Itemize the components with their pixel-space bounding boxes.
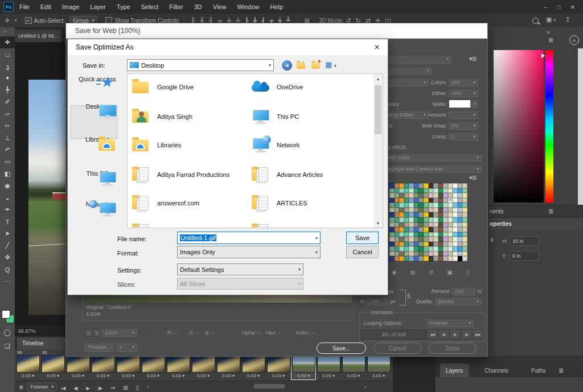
color-swatch[interactable]: [458, 222, 463, 228]
color-swatch[interactable]: [448, 246, 453, 251]
link-dimensions-icon[interactable]: ∞: [489, 238, 496, 242]
color-swatch[interactable]: [443, 242, 448, 247]
next-frame-button[interactable]: |▶: [98, 386, 102, 391]
color-swatch[interactable]: [458, 251, 463, 257]
color-swatch[interactable]: [424, 242, 429, 247]
colors-field[interactable]: 256▾: [449, 78, 478, 86]
color-swatch[interactable]: [399, 193, 404, 198]
menu-type[interactable]: Type: [117, 3, 130, 10]
hand-tool[interactable]: ✥: [0, 251, 15, 263]
timeline-tab[interactable]: Timeline: [17, 337, 69, 349]
color-swatch[interactable]: [399, 227, 404, 232]
frame-duration[interactable]: 0.03 ▾: [241, 373, 265, 378]
lossy-field[interactable]: 0▾: [449, 132, 478, 141]
color-swatch[interactable]: [462, 198, 467, 203]
color-swatch[interactable]: [404, 188, 409, 193]
frame-duration[interactable]: 0.03 ▾: [191, 373, 215, 378]
color-swatch[interactable]: [418, 198, 424, 203]
color-swatch[interactable]: [429, 212, 434, 217]
color-swatch[interactable]: [429, 183, 434, 188]
color-swatch[interactable]: [433, 222, 438, 228]
frame-duration[interactable]: 0.03 ▾: [91, 373, 115, 378]
color-swatch[interactable]: [458, 212, 463, 217]
color-swatch[interactable]: [438, 222, 444, 228]
color-swatch[interactable]: [448, 208, 453, 213]
color-swatch[interactable]: [462, 232, 467, 237]
color-swatch[interactable]: [453, 256, 458, 261]
color-swatch[interactable]: [424, 256, 429, 261]
timeline-frame[interactable]: 900.03 ▾: [16, 350, 40, 379]
color-swatch[interactable]: [409, 232, 414, 237]
color-swatch[interactable]: [462, 251, 467, 257]
color-swatch[interactable]: [458, 183, 463, 188]
color-swatch[interactable]: [433, 183, 438, 188]
color-swatch[interactable]: [462, 212, 467, 217]
sidebar-item-quick-access[interactable]: ★Quick access: [72, 76, 123, 82]
color-swatch[interactable]: [438, 246, 444, 251]
file-item[interactable]: Aditya Singh: [131, 108, 245, 125]
convert-timeline-icon[interactable]: ≣: [19, 384, 23, 390]
select-color-icon[interactable]: ◉: [392, 269, 397, 275]
menu-image[interactable]: Image: [62, 3, 80, 10]
color-swatch[interactable]: [433, 256, 438, 261]
color-swatch[interactable]: [438, 198, 444, 203]
color-swatch[interactable]: [453, 242, 458, 247]
color-swatch[interactable]: [395, 198, 400, 203]
blur-tool[interactable]: ◉: [0, 180, 15, 192]
color-swatch[interactable]: [433, 237, 438, 242]
workspace-icon[interactable]: ▣ ▾: [546, 16, 556, 23]
color-swatch[interactable]: [409, 227, 414, 232]
hue-marker-icon[interactable]: [541, 53, 545, 58]
color-swatch[interactable]: [433, 246, 438, 251]
color-swatch[interactable]: [418, 212, 424, 217]
color-swatch[interactable]: [453, 193, 458, 198]
color-swatch[interactable]: [418, 193, 424, 198]
done-button[interactable]: Done: [429, 343, 477, 354]
auto-select-checkbox[interactable]: ✓ Auto-Select:: [25, 17, 65, 24]
color-swatch[interactable]: [418, 217, 424, 222]
color-swatch[interactable]: [458, 232, 463, 237]
color-swatch[interactable]: [395, 237, 400, 242]
color-swatch[interactable]: [458, 203, 463, 208]
cancel-button[interactable]: Cancel: [373, 343, 421, 354]
color-swatch[interactable]: [399, 208, 404, 213]
color-swatch[interactable]: [458, 242, 463, 247]
color-swatch[interactable]: [389, 251, 395, 257]
color-swatch[interactable]: [438, 232, 444, 237]
color-swatch[interactable]: [414, 193, 419, 198]
color-swatch[interactable]: [409, 203, 414, 208]
maximize-button[interactable]: □: [552, 0, 566, 14]
color-swatch[interactable]: [443, 208, 448, 213]
color-swatch[interactable]: [424, 183, 429, 188]
last-frame-button[interactable]: ▶▶: [473, 329, 483, 339]
path-select-tool[interactable]: ➤: [0, 228, 15, 240]
zoom-tool[interactable]: Q: [0, 263, 15, 275]
settings-dropdown[interactable]: Default Settings▾: [177, 263, 303, 275]
color-swatch[interactable]: [395, 217, 400, 222]
menu-select[interactable]: Select: [141, 3, 159, 10]
dock-collapse-icon[interactable]: »: [547, 28, 549, 35]
color-swatch[interactable]: [399, 203, 404, 208]
file-item[interactable]: Advance Articles: [251, 166, 364, 183]
frame-duration[interactable]: 0.03 ▾: [216, 373, 240, 378]
scroll-left-icon[interactable]: ‹: [147, 384, 149, 390]
color-swatch[interactable]: [458, 246, 463, 251]
scroll-down-icon[interactable]: ▼: [373, 218, 383, 228]
color-swatch[interactable]: [448, 188, 453, 193]
color-swatch[interactable]: [433, 212, 438, 217]
color-swatch[interactable]: [429, 217, 434, 222]
color-swatch[interactable]: [409, 246, 414, 251]
color-swatch[interactable]: [414, 203, 419, 208]
zoom-in-button[interactable]: +: [93, 329, 101, 337]
format-dropdown[interactable]: Images Only▾: [177, 246, 321, 258]
color-swatch[interactable]: [448, 217, 453, 222]
properties-tab[interactable]: operties: [490, 221, 512, 227]
color-swatch[interactable]: [429, 198, 434, 203]
color-swatch[interactable]: [389, 193, 395, 198]
color-swatch[interactable]: [429, 193, 434, 198]
color-swatch[interactable]: [433, 193, 438, 198]
height-field[interactable]: 720: [367, 297, 388, 306]
color-swatch[interactable]: [404, 242, 409, 247]
healing-brush-tool[interactable]: ▱: [0, 108, 15, 120]
zoom-out-button[interactable]: −: [85, 329, 93, 337]
